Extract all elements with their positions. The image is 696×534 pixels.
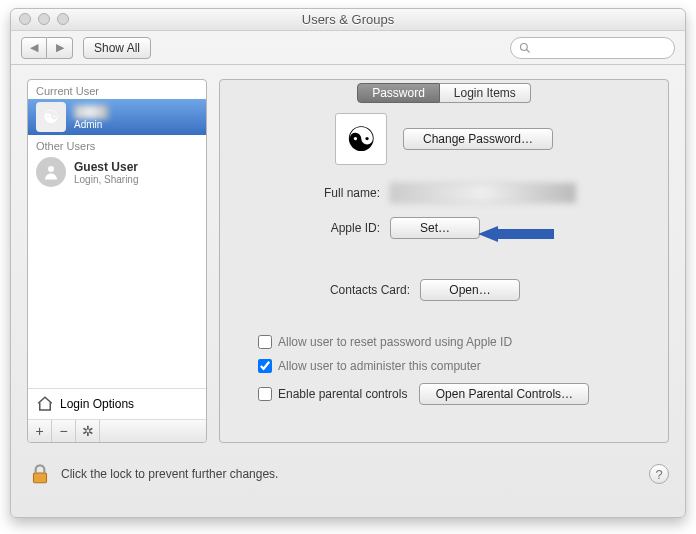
user-sidebar: Current User ☯ ████ Admin Other Users Gu… bbox=[27, 79, 207, 443]
login-options-button[interactable]: Login Options bbox=[28, 388, 206, 419]
sidebar-footer: + − ✲ bbox=[28, 419, 206, 442]
window-title: Users & Groups bbox=[302, 12, 394, 27]
apple-id-label: Apple ID: bbox=[232, 221, 380, 235]
tab-password[interactable]: Password bbox=[357, 83, 440, 103]
open-parental-controls-button[interactable]: Open Parental Controls… bbox=[419, 383, 589, 405]
zoom-icon[interactable] bbox=[57, 13, 69, 25]
allow-admin-checkbox[interactable] bbox=[258, 359, 272, 373]
add-user-button[interactable]: + bbox=[28, 420, 52, 442]
svg-line-1 bbox=[527, 49, 530, 52]
parental-controls-checkbox[interactable] bbox=[258, 387, 272, 401]
allow-admin-row: Allow user to administer this computer bbox=[232, 359, 656, 373]
annotation-arrow-icon bbox=[476, 220, 556, 248]
footer: Click the lock to prevent further change… bbox=[11, 453, 685, 495]
svg-rect-3 bbox=[498, 229, 554, 239]
svg-rect-4 bbox=[34, 473, 47, 483]
svg-point-2 bbox=[48, 166, 54, 172]
allow-reset-row: Allow user to reset password using Apple… bbox=[232, 335, 656, 349]
avatar: ☯ bbox=[36, 102, 66, 132]
remove-user-button[interactable]: − bbox=[52, 420, 76, 442]
tab-bar: Password Login Items bbox=[232, 83, 656, 103]
traffic-lights bbox=[19, 13, 69, 25]
avatar bbox=[36, 157, 66, 187]
house-icon bbox=[36, 395, 54, 413]
full-name-field[interactable] bbox=[390, 183, 576, 203]
lock-icon[interactable] bbox=[27, 461, 53, 487]
titlebar: Users & Groups bbox=[11, 9, 685, 31]
show-all-button[interactable]: Show All bbox=[83, 37, 151, 59]
set-apple-id-button[interactable]: Set… bbox=[390, 217, 480, 239]
sidebar-item-current-user[interactable]: ☯ ████ Admin bbox=[28, 99, 206, 135]
sidebar-item-guest-user[interactable]: Guest User Login, Sharing bbox=[28, 154, 206, 190]
parental-controls-row: Enable parental controls Open Parental C… bbox=[232, 383, 656, 405]
full-name-label: Full name: bbox=[232, 186, 380, 200]
main-panel: Password Login Items ☯ Change Password… … bbox=[219, 79, 669, 443]
open-contacts-button[interactable]: Open… bbox=[420, 279, 520, 301]
help-button[interactable]: ? bbox=[649, 464, 669, 484]
user-name: Guest User bbox=[74, 160, 139, 174]
svg-point-0 bbox=[521, 43, 528, 50]
close-icon[interactable] bbox=[19, 13, 31, 25]
contacts-card-label: Contacts Card: bbox=[232, 283, 410, 297]
preferences-window: Users & Groups ◀ ▶ Show All Current User… bbox=[10, 8, 686, 518]
user-name: ████ bbox=[74, 105, 108, 119]
search-icon bbox=[519, 42, 531, 54]
forward-button[interactable]: ▶ bbox=[47, 37, 73, 59]
change-password-button[interactable]: Change Password… bbox=[403, 128, 553, 150]
toolbar: ◀ ▶ Show All bbox=[11, 31, 685, 65]
lock-text: Click the lock to prevent further change… bbox=[61, 467, 278, 481]
user-role: Admin bbox=[74, 119, 108, 130]
user-sub: Login, Sharing bbox=[74, 174, 139, 185]
nav-buttons: ◀ ▶ bbox=[21, 37, 73, 59]
current-user-heading: Current User bbox=[28, 80, 206, 99]
back-button[interactable]: ◀ bbox=[21, 37, 47, 59]
other-users-heading: Other Users bbox=[28, 135, 206, 154]
user-picture[interactable]: ☯ bbox=[335, 113, 387, 165]
action-menu-button[interactable]: ✲ bbox=[76, 420, 100, 442]
minimize-icon[interactable] bbox=[38, 13, 50, 25]
tab-login-items[interactable]: Login Items bbox=[440, 83, 531, 103]
search-field[interactable] bbox=[510, 37, 675, 59]
allow-reset-checkbox[interactable] bbox=[258, 335, 272, 349]
